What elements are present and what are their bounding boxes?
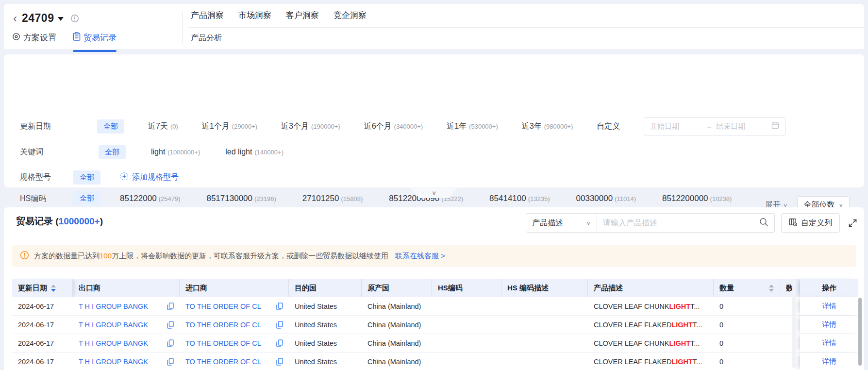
end-date-input[interactable]: 结束日期 [716, 122, 768, 131]
date-option-count: (0) [170, 123, 178, 130]
copy-icon[interactable] [163, 339, 174, 347]
start-date-input[interactable]: 开始日期 [650, 122, 701, 131]
fullscreen-icon[interactable] [848, 218, 858, 228]
hs-code-item[interactable]: 00330000(11014) [576, 194, 636, 203]
hs-all-chip[interactable]: 全部 [73, 191, 100, 205]
date-option-3m[interactable]: 近3个月(190000+) [281, 121, 340, 132]
hs-count: (11014) [615, 195, 636, 202]
cell-truncated [780, 316, 800, 334]
keyword-option-light[interactable]: light(1000000+) [151, 148, 200, 156]
nav-customer-insight[interactable]: 客户洞察 [286, 10, 319, 21]
keyword-all-chip[interactable]: 全部 [99, 145, 126, 159]
subnav-product-analysis[interactable]: 产品分析 [191, 33, 222, 43]
sort-icons-update-date[interactable] [51, 285, 56, 292]
search-icon[interactable] [759, 218, 768, 229]
cell-hs-code [432, 316, 501, 334]
date-custom-label[interactable]: 自定义 [597, 121, 620, 132]
col-header-update-date[interactable]: 更新日期 [12, 279, 73, 297]
search-type-select[interactable]: 产品描述 ∨ [526, 213, 597, 233]
importer-link[interactable]: TO THE ORDER OF CL [185, 339, 261, 347]
importer-link[interactable]: TO THE ORDER OF CL [185, 303, 261, 310]
plan-title[interactable]: 24709 [22, 12, 54, 25]
col-label: HS编码 [438, 284, 463, 293]
date-range-picker[interactable]: 开始日期 → 结束日期 [644, 117, 785, 135]
col-header-truncated[interactable]: 数 [780, 279, 800, 297]
copy-icon[interactable] [163, 303, 174, 310]
info-icon[interactable] [70, 14, 79, 23]
exporter-link[interactable]: T H I GROUP BANGK [79, 321, 148, 329]
add-spec-button[interactable]: 添加规格型号 [120, 172, 179, 183]
customize-columns-button[interactable]: 自定义列 [781, 213, 840, 233]
exporter-link[interactable]: T H I GROUP BANGK [79, 339, 148, 347]
records-title-text: 贸易记录 [16, 216, 53, 226]
tab-trade-records[interactable]: 贸易记录 [73, 32, 117, 45]
detail-link[interactable]: 详情 [822, 338, 836, 348]
vertical-scrollbar[interactable] [858, 298, 862, 366]
col-header-destination[interactable]: 目的国 [289, 279, 362, 297]
copy-icon[interactable] [272, 358, 283, 366]
col-header-origin[interactable]: 原产国 [362, 279, 432, 297]
detail-link[interactable]: 详情 [822, 302, 836, 311]
spec-all-chip[interactable]: 全部 [73, 170, 100, 185]
hs-code-item[interactable]: 85414100(13235) [489, 194, 550, 203]
cell-actions: 详情 [800, 353, 858, 370]
filter-label-hs: HS编码 [20, 194, 73, 204]
cell-destination: United States [289, 334, 362, 352]
hs-code-item[interactable]: 27101250(15808) [302, 194, 363, 203]
col-header-hs-desc[interactable]: HS 编码描述 [501, 279, 588, 297]
plan-tabs: 方案设置 贸易记录 [12, 32, 117, 45]
copy-icon[interactable] [163, 321, 174, 329]
date-option-7d[interactable]: 近7天(0) [148, 121, 178, 132]
copy-icon[interactable] [163, 358, 174, 366]
col-header-exporter[interactable]: 出口商 [73, 279, 180, 297]
hs-count: (10238) [710, 195, 732, 202]
sort-icons-quantity[interactable] [769, 285, 774, 292]
importer-link[interactable]: TO THE ORDER OF CL [185, 358, 261, 366]
hs-code-item[interactable]: 85122000(25479) [120, 194, 180, 203]
cell-hs-code [432, 297, 501, 315]
tab-plan-settings[interactable]: 方案设置 [12, 32, 56, 45]
nav-competitor-insight[interactable]: 竞企洞察 [334, 10, 367, 21]
filter-panel: 更新日期 全部 近7天(0) 近1个月(29000+) 近3个月(190000+… [4, 54, 864, 187]
cell-hs-desc [501, 297, 588, 315]
col-header-hs-code[interactable]: HS编码 [432, 279, 501, 297]
date-option-1y[interactable]: 近1年(530000+) [447, 121, 498, 132]
keyword-option-led-light[interactable]: led light(140000+) [225, 148, 284, 156]
nav-market-insight[interactable]: 市场洞察 [238, 10, 271, 21]
cell-truncated [780, 353, 800, 370]
cell-importer: TO THE ORDER OF CL [180, 297, 289, 315]
copy-icon[interactable] [272, 339, 283, 347]
hs-code-item[interactable]: 8512200000(10238) [662, 194, 732, 203]
date-option-1m[interactable]: 近1个月(29000+) [202, 121, 257, 132]
hs-code-item[interactable]: 8517130000(23196) [206, 194, 276, 203]
contact-support-link[interactable]: 联系在线客服 > [395, 252, 445, 261]
exporter-link[interactable]: T H I GROUP BANGK [79, 303, 148, 310]
copy-icon[interactable] [272, 321, 283, 329]
cell-origin: China (Mainland) [362, 297, 432, 315]
inner-scrollbar[interactable] [792, 281, 796, 368]
exporter-link[interactable]: T H I GROUP BANGK [79, 358, 148, 366]
search-input[interactable]: 请输入产品描述 [597, 213, 775, 233]
col-header-importer[interactable]: 进口商 [180, 279, 289, 297]
date-option-label: 近3年 [522, 121, 542, 132]
search-placeholder: 请输入产品描述 [603, 218, 759, 228]
hs-code: 85122000 [120, 194, 157, 203]
date-option-3y[interactable]: 近3年(980000+) [522, 121, 573, 132]
detail-link[interactable]: 详情 [822, 320, 836, 329]
detail-link[interactable]: 详情 [822, 357, 836, 366]
cell-exporter: T H I GROUP BANGK [73, 334, 180, 352]
plan-dropdown-caret-icon[interactable] [58, 17, 64, 21]
date-all-chip[interactable]: 全部 [97, 119, 124, 134]
records-title: 贸易记录 (1000000+) [16, 215, 103, 228]
cell-destination: United States [289, 297, 362, 315]
col-header-product-desc[interactable]: 产品描述 [588, 279, 714, 297]
col-header-quantity[interactable]: 数量 [714, 279, 780, 297]
date-option-6m[interactable]: 近6个月(340000+) [364, 121, 423, 132]
importer-link[interactable]: TO THE ORDER OF CL [185, 321, 261, 329]
nav-product-insight[interactable]: 产品洞察 [191, 10, 224, 21]
quota-warning-banner: 方案的数据量已达到100万上限，将会影响数据的更新，可联系客服升级方案，或删除一… [12, 245, 856, 267]
copy-icon[interactable] [272, 303, 283, 310]
cell-hs-code [432, 353, 501, 370]
back-icon[interactable]: ‹ [12, 13, 18, 24]
search-combo: 产品描述 ∨ 请输入产品描述 [526, 213, 775, 233]
